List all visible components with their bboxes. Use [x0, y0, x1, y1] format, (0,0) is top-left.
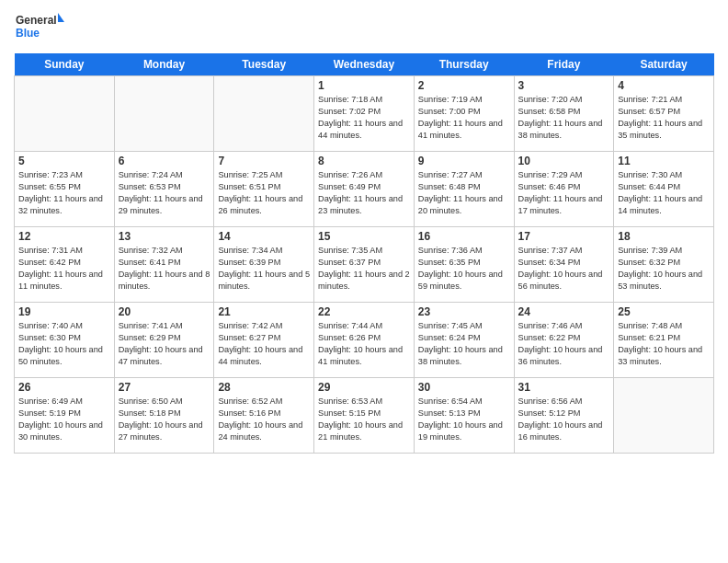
- calendar-cell: 3Sunrise: 7:20 AM Sunset: 6:58 PM Daylig…: [514, 76, 614, 152]
- date-number: 18: [618, 230, 710, 243]
- calendar-cell: 18Sunrise: 7:39 AM Sunset: 6:32 PM Dayli…: [614, 227, 714, 303]
- day-header-saturday: Saturday: [614, 53, 714, 76]
- date-number: 12: [18, 230, 110, 243]
- calendar-cell: [15, 76, 115, 152]
- date-number: 29: [318, 381, 410, 394]
- day-header-friday: Friday: [514, 53, 614, 76]
- calendar-cell: 11Sunrise: 7:30 AM Sunset: 6:44 PM Dayli…: [614, 152, 714, 227]
- date-number: 25: [618, 305, 710, 318]
- calendar-cell: 20Sunrise: 7:41 AM Sunset: 6:29 PM Dayli…: [114, 303, 214, 378]
- day-info: Sunrise: 7:31 AM Sunset: 6:42 PM Dayligh…: [18, 245, 110, 293]
- day-info: Sunrise: 7:40 AM Sunset: 6:30 PM Dayligh…: [18, 320, 110, 368]
- calendar-cell: 13Sunrise: 7:32 AM Sunset: 6:41 PM Dayli…: [114, 227, 214, 303]
- date-number: 3: [518, 79, 610, 92]
- day-info: Sunrise: 7:46 AM Sunset: 6:22 PM Dayligh…: [518, 320, 610, 368]
- calendar-cell: 12Sunrise: 7:31 AM Sunset: 6:42 PM Dayli…: [15, 227, 115, 303]
- logo-svg: General Blue: [14, 9, 64, 46]
- date-number: 28: [218, 381, 310, 394]
- day-info: Sunrise: 7:20 AM Sunset: 6:58 PM Dayligh…: [518, 94, 610, 142]
- logo: General Blue: [14, 9, 64, 46]
- day-info: Sunrise: 7:34 AM Sunset: 6:39 PM Dayligh…: [218, 245, 310, 293]
- date-number: 26: [18, 381, 110, 394]
- calendar-cell: 7Sunrise: 7:25 AM Sunset: 6:51 PM Daylig…: [214, 152, 314, 227]
- date-number: 19: [18, 305, 110, 318]
- date-number: 31: [518, 381, 610, 394]
- day-info: Sunrise: 7:42 AM Sunset: 6:27 PM Dayligh…: [218, 320, 310, 368]
- date-number: 23: [418, 305, 510, 318]
- svg-text:Blue: Blue: [16, 27, 40, 40]
- calendar-cell: 15Sunrise: 7:35 AM Sunset: 6:37 PM Dayli…: [314, 227, 415, 303]
- calendar-cell: 16Sunrise: 7:36 AM Sunset: 6:35 PM Dayli…: [414, 227, 514, 303]
- day-info: Sunrise: 7:45 AM Sunset: 6:24 PM Dayligh…: [418, 320, 510, 368]
- date-number: 15: [318, 230, 410, 243]
- date-number: 14: [218, 230, 310, 243]
- calendar-cell: 19Sunrise: 7:40 AM Sunset: 6:30 PM Dayli…: [15, 303, 115, 378]
- calendar-cell: 22Sunrise: 7:44 AM Sunset: 6:26 PM Dayli…: [314, 303, 415, 378]
- calendar-cell: 28Sunrise: 6:52 AM Sunset: 5:16 PM Dayli…: [214, 378, 314, 454]
- date-number: 21: [218, 305, 310, 318]
- day-info: Sunrise: 7:24 AM Sunset: 6:53 PM Dayligh…: [119, 169, 210, 217]
- svg-text:General: General: [16, 14, 57, 27]
- calendar-cell: 21Sunrise: 7:42 AM Sunset: 6:27 PM Dayli…: [214, 303, 314, 378]
- day-header-sunday: Sunday: [15, 53, 115, 76]
- day-info: Sunrise: 6:50 AM Sunset: 5:18 PM Dayligh…: [119, 396, 210, 443]
- date-number: 7: [218, 155, 310, 167]
- day-info: Sunrise: 7:44 AM Sunset: 6:26 PM Dayligh…: [318, 320, 410, 368]
- day-info: Sunrise: 6:49 AM Sunset: 5:19 PM Dayligh…: [18, 396, 110, 443]
- date-number: 8: [318, 155, 410, 167]
- day-info: Sunrise: 7:39 AM Sunset: 6:32 PM Dayligh…: [618, 245, 710, 293]
- date-number: 5: [18, 155, 110, 167]
- day-info: Sunrise: 7:26 AM Sunset: 6:49 PM Dayligh…: [318, 169, 410, 217]
- calendar-cell: 2Sunrise: 7:19 AM Sunset: 7:00 PM Daylig…: [414, 76, 514, 152]
- day-info: Sunrise: 7:25 AM Sunset: 6:51 PM Dayligh…: [218, 169, 310, 217]
- calendar-cell: [614, 378, 714, 454]
- day-info: Sunrise: 7:29 AM Sunset: 6:46 PM Dayligh…: [518, 169, 610, 217]
- day-header-wednesday: Wednesday: [314, 53, 415, 76]
- date-number: 9: [418, 155, 510, 167]
- date-number: 20: [119, 305, 210, 318]
- svg-marker-2: [58, 13, 64, 22]
- calendar-cell: 30Sunrise: 6:54 AM Sunset: 5:13 PM Dayli…: [414, 378, 514, 454]
- calendar-cell: 8Sunrise: 7:26 AM Sunset: 6:49 PM Daylig…: [314, 152, 415, 227]
- calendar-cell: 17Sunrise: 7:37 AM Sunset: 6:34 PM Dayli…: [514, 227, 614, 303]
- day-info: Sunrise: 6:56 AM Sunset: 5:12 PM Dayligh…: [518, 396, 610, 443]
- calendar-cell: 24Sunrise: 7:46 AM Sunset: 6:22 PM Dayli…: [514, 303, 614, 378]
- date-number: 2: [418, 79, 510, 92]
- date-number: 6: [119, 155, 210, 167]
- date-number: 4: [618, 79, 710, 92]
- calendar-cell: 1Sunrise: 7:18 AM Sunset: 7:02 PM Daylig…: [314, 76, 415, 152]
- day-info: Sunrise: 7:41 AM Sunset: 6:29 PM Dayligh…: [119, 320, 210, 368]
- calendar-cell: 4Sunrise: 7:21 AM Sunset: 6:57 PM Daylig…: [614, 76, 714, 152]
- calendar-cell: 23Sunrise: 7:45 AM Sunset: 6:24 PM Dayli…: [414, 303, 514, 378]
- day-info: Sunrise: 7:32 AM Sunset: 6:41 PM Dayligh…: [119, 245, 210, 293]
- calendar-cell: 26Sunrise: 6:49 AM Sunset: 5:19 PM Dayli…: [15, 378, 115, 454]
- day-info: Sunrise: 7:27 AM Sunset: 6:48 PM Dayligh…: [418, 169, 510, 217]
- date-number: 16: [418, 230, 510, 243]
- date-number: 22: [318, 305, 410, 318]
- date-number: 10: [518, 155, 610, 167]
- calendar-cell: 31Sunrise: 6:56 AM Sunset: 5:12 PM Dayli…: [514, 378, 614, 454]
- day-info: Sunrise: 7:35 AM Sunset: 6:37 PM Dayligh…: [318, 245, 410, 293]
- day-info: Sunrise: 7:37 AM Sunset: 6:34 PM Dayligh…: [518, 245, 610, 293]
- calendar-cell: 10Sunrise: 7:29 AM Sunset: 6:46 PM Dayli…: [514, 152, 614, 227]
- calendar-cell: [114, 76, 214, 152]
- day-info: Sunrise: 6:52 AM Sunset: 5:16 PM Dayligh…: [218, 396, 310, 443]
- date-number: 11: [618, 155, 710, 167]
- date-number: 13: [119, 230, 210, 243]
- day-info: Sunrise: 7:48 AM Sunset: 6:21 PM Dayligh…: [618, 320, 710, 368]
- date-number: 1: [318, 79, 410, 92]
- day-info: Sunrise: 7:36 AM Sunset: 6:35 PM Dayligh…: [418, 245, 510, 293]
- day-info: Sunrise: 7:30 AM Sunset: 6:44 PM Dayligh…: [618, 169, 710, 217]
- calendar-cell: 27Sunrise: 6:50 AM Sunset: 5:18 PM Dayli…: [114, 378, 214, 454]
- calendar-cell: 9Sunrise: 7:27 AM Sunset: 6:48 PM Daylig…: [414, 152, 514, 227]
- calendar-cell: [214, 76, 314, 152]
- day-header-thursday: Thursday: [414, 53, 514, 76]
- calendar-cell: 25Sunrise: 7:48 AM Sunset: 6:21 PM Dayli…: [614, 303, 714, 378]
- day-info: Sunrise: 6:53 AM Sunset: 5:15 PM Dayligh…: [318, 396, 410, 443]
- day-info: Sunrise: 7:21 AM Sunset: 6:57 PM Dayligh…: [618, 94, 710, 142]
- calendar-table: SundayMondayTuesdayWednesdayThursdayFrid…: [14, 53, 714, 454]
- day-info: Sunrise: 7:18 AM Sunset: 7:02 PM Dayligh…: [318, 94, 410, 142]
- date-number: 17: [518, 230, 610, 243]
- calendar-cell: 14Sunrise: 7:34 AM Sunset: 6:39 PM Dayli…: [214, 227, 314, 303]
- day-header-monday: Monday: [114, 53, 214, 76]
